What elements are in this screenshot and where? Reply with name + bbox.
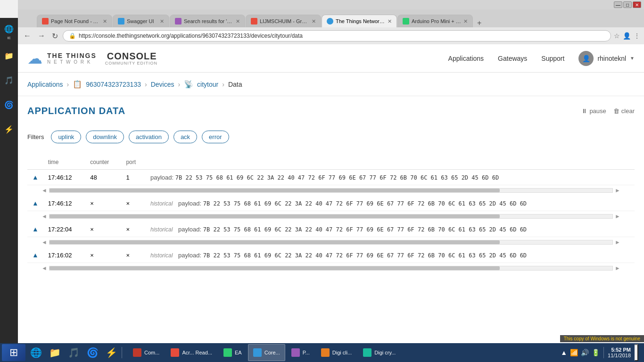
tab-title: Page Not Found - Alie...	[51, 18, 100, 24]
desktop-app-ie[interactable]: 🌐 IE	[1, 20, 17, 43]
breadcrumb-data: Data	[228, 81, 242, 88]
filter-activation[interactable]: activation	[129, 131, 169, 143]
menu-button[interactable]: ⋮	[634, 32, 640, 40]
row-payload: historical payload: 7B 22 53 75 68 61 69…	[146, 222, 635, 237]
scroll-left-arrow[interactable]: ◄	[41, 265, 47, 272]
filter-uplink[interactable]: uplink	[51, 131, 81, 143]
payload-value: 7B 22 53 75 68 61 69 6C 22 3A 22 40 47 7…	[175, 174, 499, 181]
col-expand	[27, 155, 43, 170]
tab-title: Arduino Pro Mini + Lm...	[412, 18, 461, 24]
reload-button[interactable]: ↻	[50, 31, 60, 41]
desktop-app-files[interactable]: 📁	[1, 44, 17, 68]
row-expand-cell[interactable]: ▲	[27, 196, 43, 211]
breadcrumb-device-icon: 📡	[184, 80, 193, 89]
ttn-cloud-icon: ☁	[27, 49, 42, 67]
scroll-left-arrow[interactable]: ◄	[41, 239, 47, 246]
col-counter: counter	[85, 155, 121, 170]
maximize-button[interactable]: □	[623, 1, 632, 8]
row-counter: ×	[85, 247, 121, 263]
tab-ttn-console[interactable]: The Things Network Co... ✕	[322, 15, 397, 27]
scroll-left-arrow[interactable]: ◄	[41, 213, 47, 220]
tab-lijmschuim[interactable]: LIJMSCHUIM - Granda... ✕	[246, 15, 321, 27]
breadcrumb-device-name[interactable]: citytour	[197, 81, 218, 88]
scroll-left-arrow[interactable]: ◄	[41, 187, 47, 194]
scroll-right-arrow[interactable]: ►	[615, 239, 620, 246]
filter-ack[interactable]: ack	[173, 131, 197, 143]
tab-page-not-found[interactable]: Page Not Found - Alie... ✕	[37, 15, 112, 27]
bookmark-star-button[interactable]: ☆	[614, 32, 620, 40]
scrollbar[interactable]	[49, 266, 613, 271]
tab-close-icon[interactable]: ✕	[388, 18, 392, 25]
minimize-button[interactable]: —	[614, 1, 622, 8]
nav-gateways[interactable]: Gateways	[498, 55, 527, 62]
row-port: ×	[121, 247, 146, 263]
clear-button[interactable]: 🗑 clear	[613, 107, 635, 115]
scrollbar[interactable]	[49, 214, 613, 219]
url-text: https://console.thethingsnetwork.org/app…	[79, 33, 605, 39]
ttn-network-text: N E T W O R K	[47, 59, 97, 65]
nav-support[interactable]: Support	[541, 55, 564, 62]
pause-button[interactable]: ⏸ pause	[581, 107, 606, 115]
tab-swagger[interactable]: Swagger UI ✕	[113, 15, 169, 27]
tab-search-results[interactable]: Search results for 'pack... ✕	[170, 15, 245, 27]
back-button[interactable]: ←	[22, 31, 33, 41]
scrollbar-cell[interactable]: ◄ ►	[27, 211, 635, 222]
row-time: 17:46:12	[43, 196, 85, 211]
breadcrumb-applications[interactable]: Applications	[27, 81, 63, 88]
scrollbar-row: ◄ ►	[27, 185, 635, 196]
row-expand-cell[interactable]: ▲	[27, 247, 43, 263]
payload-label: payload:	[178, 226, 201, 233]
filter-error[interactable]: error	[202, 131, 229, 143]
expand-icon[interactable]: ▲	[32, 173, 39, 181]
tab-close-icon[interactable]: ✕	[103, 18, 107, 25]
scrollbar-cell[interactable]: ◄ ►	[27, 263, 635, 274]
tab-close-icon[interactable]: ✕	[463, 18, 468, 25]
tab-close-icon[interactable]: ✕	[312, 18, 316, 25]
row-expand-cell[interactable]: ▲	[27, 222, 43, 237]
ttn-logo-text: THE THINGS N E T W O R K	[47, 52, 97, 65]
user-area[interactable]: 👤 rhinoteknl ▼	[578, 51, 635, 66]
historical-tag: historical	[150, 200, 173, 207]
scrollbar-row: ◄ ►	[27, 237, 635, 248]
desktop-app-torrent[interactable]: 🌀	[1, 93, 17, 117]
desktop-app-misc[interactable]: ⚡	[1, 118, 17, 141]
expand-icon[interactable]: ▲	[32, 251, 39, 259]
new-tab-button[interactable]: +	[474, 19, 484, 27]
scroll-right-arrow[interactable]: ►	[615, 213, 620, 220]
scrollbar[interactable]	[49, 188, 613, 193]
row-payload: historical payload: 7B 22 53 75 68 61 69…	[146, 247, 635, 263]
row-time: 17:46:12	[43, 170, 85, 185]
scroll-right-arrow[interactable]: ►	[615, 187, 620, 194]
expand-icon[interactable]: ▲	[32, 199, 39, 207]
tab-favicon	[251, 18, 257, 25]
historical-tag: historical	[150, 226, 173, 233]
scrollbar-row: ◄ ►	[27, 211, 635, 222]
row-time: 17:16:02	[43, 247, 85, 263]
nav-applications[interactable]: Applications	[448, 55, 484, 62]
table-row: ▲ 17:22:04 × × historical payload: 7B 22…	[27, 222, 635, 237]
tab-close-icon[interactable]: ✕	[160, 18, 164, 25]
address-box[interactable]: 🔒 https://console.thethingsnetwork.org/a…	[63, 30, 611, 41]
row-port: ×	[121, 222, 146, 237]
breadcrumb-app-id[interactable]: 963074323723133	[86, 81, 141, 88]
close-button[interactable]: ✕	[633, 1, 641, 8]
pause-icon: ⏸	[581, 107, 587, 115]
tab-bar: Page Not Found - Alie... ✕ Swagger UI ✕ …	[18, 9, 644, 27]
forward-button[interactable]: →	[36, 31, 47, 41]
scrollbar-cell[interactable]: ◄ ►	[27, 237, 635, 248]
filter-downlink[interactable]: downlink	[86, 131, 124, 143]
scrollbar-cell[interactable]: ◄ ►	[27, 185, 635, 196]
user-profile-button[interactable]: 👤	[623, 32, 631, 40]
tab-close-icon[interactable]: ✕	[236, 18, 240, 25]
tab-title: Swagger UI	[127, 18, 157, 24]
scroll-right-arrow[interactable]: ►	[615, 265, 620, 272]
breadcrumb-devices[interactable]: Devices	[151, 81, 174, 88]
expand-icon[interactable]: ▲	[32, 225, 39, 233]
row-expand-cell[interactable]: ▲	[27, 170, 43, 185]
desktop-app-media[interactable]: 🎵	[1, 69, 17, 92]
breadcrumb: Applications › 📋 963074323723133 › Devic…	[18, 73, 644, 96]
scrollbar[interactable]	[49, 240, 613, 245]
row-counter: 48	[85, 170, 121, 185]
pause-label: pause	[589, 107, 606, 115]
tab-arduino[interactable]: Arduino Pro Mini + Lm... ✕	[397, 15, 473, 27]
